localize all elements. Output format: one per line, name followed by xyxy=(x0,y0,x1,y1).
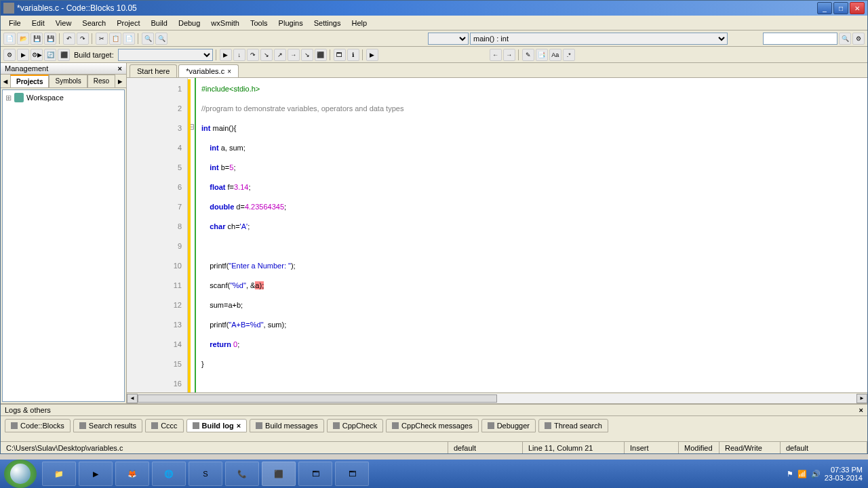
menu-search[interactable]: Search xyxy=(77,18,111,28)
scope-combo[interactable]: main() : int xyxy=(470,33,728,45)
redo-icon[interactable]: ↷ xyxy=(77,33,89,45)
maximize-button[interactable]: □ xyxy=(833,2,848,14)
combo-1[interactable] xyxy=(428,33,469,45)
menu-settings[interactable]: Settings xyxy=(309,18,347,28)
menu-project[interactable]: Project xyxy=(111,18,145,28)
next-line-icon[interactable]: ↷ xyxy=(247,49,259,61)
paste-icon[interactable]: 📄 xyxy=(123,33,135,45)
project-tree[interactable]: ⊞ Workspace xyxy=(2,89,125,402)
abort-icon[interactable]: ⬛ xyxy=(58,49,70,61)
undo-icon[interactable]: ↶ xyxy=(63,33,75,45)
step-out-icon[interactable]: ↗ xyxy=(274,49,286,61)
tab-variables-c[interactable]: *variables.c × xyxy=(178,64,239,77)
tool-regex-icon[interactable]: .* xyxy=(563,49,575,61)
menu-plugins[interactable]: Plugins xyxy=(273,18,309,28)
taskbar-chrome[interactable]: 🌐 xyxy=(152,462,186,486)
menu-file[interactable]: File xyxy=(3,18,26,28)
find-icon[interactable]: 🔍 xyxy=(142,33,154,45)
scroll-thumb[interactable] xyxy=(138,394,497,403)
run-to-cursor-icon[interactable]: ↓ xyxy=(233,49,245,61)
menu-edit[interactable]: Edit xyxy=(26,18,50,28)
new-file-icon[interactable]: 📄 xyxy=(3,33,16,45)
menu-help[interactable]: Help xyxy=(346,18,372,28)
taskbar-firefox[interactable]: 🦊 xyxy=(115,462,149,486)
save-icon[interactable]: 💾 xyxy=(31,33,43,45)
code-editor[interactable]: 12345678910111213141516 ⊟ #include<stdio… xyxy=(127,78,867,392)
run-icon[interactable]: ▶ xyxy=(17,49,29,61)
rebuild-icon[interactable]: 🔄 xyxy=(44,49,56,61)
step-into-icon[interactable]: ↘ xyxy=(260,49,273,61)
step-into-instr-icon[interactable]: ↘ xyxy=(301,49,313,61)
tab-resources[interactable]: Reso xyxy=(87,75,115,87)
menu-wxsmith[interactable]: wxSmith xyxy=(205,18,245,28)
minimize-button[interactable]: _ xyxy=(817,2,832,14)
start-button[interactable] xyxy=(4,460,37,488)
tab-scroll-right-icon[interactable]: ► xyxy=(115,75,125,87)
log-tab-debugger[interactable]: Debugger xyxy=(481,419,536,432)
scroll-left-icon[interactable]: ◄ xyxy=(127,394,138,403)
code-content[interactable]: #include<stdio.h>//program to demonstrat… xyxy=(196,78,867,392)
build-target-combo[interactable] xyxy=(118,49,213,61)
menu-debug[interactable]: Debug xyxy=(173,18,205,28)
selection-icon[interactable]: 📑 xyxy=(536,49,548,61)
log-tab-buildlog[interactable]: Build log× xyxy=(186,419,247,432)
tray-flag-icon[interactable]: ⚑ xyxy=(787,470,793,479)
save-all-icon[interactable]: 💾 xyxy=(44,33,56,45)
build-target-label: Build target: xyxy=(74,51,114,59)
replace-icon[interactable]: 🔍 xyxy=(155,33,167,45)
forward-icon[interactable]: → xyxy=(503,49,515,61)
menu-tools[interactable]: Tools xyxy=(245,18,273,28)
tray-volume-icon[interactable]: 🔊 xyxy=(811,470,821,479)
next-instr-icon[interactable]: → xyxy=(288,49,300,61)
taskbar-viber[interactable]: 📞 xyxy=(225,462,259,486)
logs-close-icon[interactable]: × xyxy=(859,406,863,414)
search-icon xyxy=(79,422,86,429)
system-tray[interactable]: ⚑ 📶 🔊 07:33 PM 23-03-2014 xyxy=(787,466,868,482)
build-run-icon[interactable]: ⚙▶ xyxy=(31,49,43,61)
tab-start-here[interactable]: Start here xyxy=(130,64,177,77)
tab-close-icon[interactable]: × xyxy=(237,422,241,430)
taskbar-explorer[interactable]: 📁 xyxy=(42,462,76,486)
tray-clock[interactable]: 07:33 PM 23-03-2014 xyxy=(825,466,863,482)
stop-debug-icon[interactable]: ⬛ xyxy=(315,49,327,61)
open-file-icon[interactable]: 📂 xyxy=(17,33,29,45)
management-close-icon[interactable]: × xyxy=(118,64,122,73)
tab-scroll-left-icon[interactable]: ◄ xyxy=(1,75,10,87)
log-tab-threadsearch[interactable]: Thread search xyxy=(538,419,608,432)
highlight-icon[interactable]: ✎ xyxy=(522,49,534,61)
menu-view[interactable]: View xyxy=(50,18,77,28)
taskbar-skype[interactable]: S xyxy=(189,462,222,486)
debug-continue-icon[interactable]: ▶ xyxy=(220,49,232,61)
tab-close-icon[interactable]: × xyxy=(227,68,231,75)
taskbar-app1[interactable]: 🗔 xyxy=(298,462,332,486)
taskbar-wmp[interactable]: ▶ xyxy=(79,462,113,486)
close-button[interactable]: ✕ xyxy=(850,2,865,14)
debug-windows-icon[interactable]: 🗔 xyxy=(334,49,346,61)
log-tab-cppcheck[interactable]: CppCheck xyxy=(327,419,383,432)
log-tab-codeblocks[interactable]: Code::Blocks xyxy=(5,419,71,432)
tray-network-icon[interactable]: 📶 xyxy=(797,470,807,479)
search-go-icon[interactable]: 🔍 xyxy=(839,33,851,45)
horizontal-scrollbar[interactable]: ◄ ► xyxy=(127,392,867,403)
taskbar-codeblocks[interactable]: ⬛ xyxy=(262,462,296,486)
info-icon[interactable]: ℹ xyxy=(347,49,359,61)
search-opts-icon[interactable]: ⚙ xyxy=(852,33,865,45)
build-icon[interactable]: ⚙ xyxy=(3,49,16,61)
status-modified: Modified xyxy=(679,442,719,453)
log-tab-search[interactable]: Search results xyxy=(73,419,142,432)
log-tab-buildmsg[interactable]: Build messages xyxy=(250,419,324,432)
taskbar-app2[interactable]: 🗔 xyxy=(335,462,369,486)
misc-icon[interactable]: ▶ xyxy=(366,49,378,61)
menu-build[interactable]: Build xyxy=(145,18,172,28)
copy-icon[interactable]: 📋 xyxy=(109,33,121,45)
tab-symbols[interactable]: Symbols xyxy=(49,75,87,87)
search-input[interactable] xyxy=(763,33,837,45)
cut-icon[interactable]: ✂ xyxy=(96,33,108,45)
tree-workspace[interactable]: ⊞ Workspace xyxy=(5,93,121,102)
log-tab-cppcheckmsg[interactable]: CppCheck messages xyxy=(386,419,479,432)
tool-aa-icon[interactable]: Aa xyxy=(549,49,561,61)
scroll-right-icon[interactable]: ► xyxy=(856,394,867,403)
tab-projects[interactable]: Projects xyxy=(10,75,49,87)
log-tab-cccc[interactable]: Cccc xyxy=(145,419,183,432)
back-icon[interactable]: ← xyxy=(490,49,502,61)
